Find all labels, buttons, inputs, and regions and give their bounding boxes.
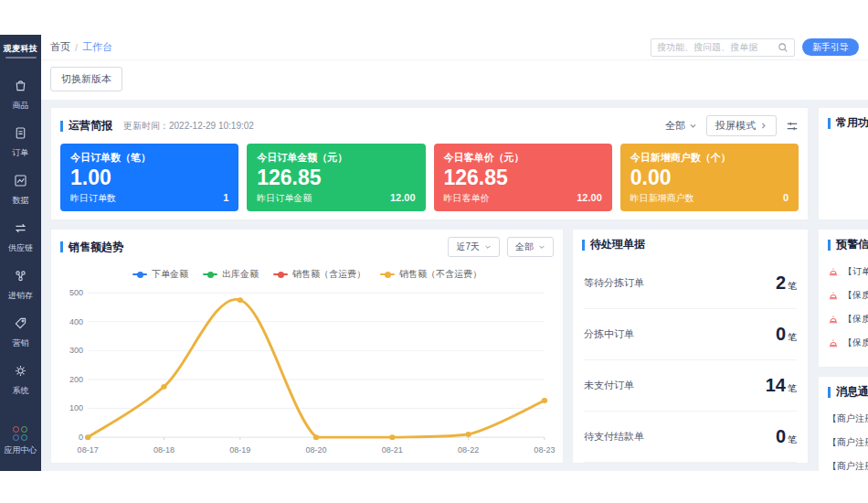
- operations-brief-panel: 运营简报 更新时间：2022-12-29 10:19:02 全部 投屏模式: [50, 107, 809, 220]
- alarm-icon: [828, 290, 839, 301]
- cast-mode-button[interactable]: 投屏模式: [706, 115, 777, 136]
- stat-yesterday-label: 昨日客单价: [444, 192, 490, 205]
- accent-bar: [582, 240, 585, 251]
- gear-icon: [13, 363, 28, 382]
- sidebar-item-label: 营销: [13, 337, 29, 349]
- version-bar: 切换新版本: [41, 59, 868, 100]
- global-search: [651, 38, 795, 57]
- pending-value: 14: [766, 375, 786, 395]
- sidebar-item-label: 应用中心: [5, 444, 37, 456]
- alert-item[interactable]: 【订单】: [828, 260, 868, 284]
- stat-yesterday-value: 1: [223, 192, 228, 203]
- alerts-title: 预警信息: [836, 237, 868, 252]
- stat-card-new-merchants[interactable]: 今日新增商户数（个） 0.00 昨日新增商户数0: [620, 144, 799, 211]
- sidebar-item-system[interactable]: 系统: [0, 357, 41, 404]
- alerts-list: 【订单】 【保质期】 【保质期】 【保质期】: [819, 258, 868, 359]
- filter-sliders-icon[interactable]: [786, 120, 799, 133]
- sidebar-item-marketing[interactable]: 营销: [0, 309, 41, 357]
- trend-scope-select[interactable]: 全部: [507, 237, 554, 257]
- sidebar-item-label: 系统: [13, 385, 29, 397]
- pending-unit: 笔: [788, 434, 797, 444]
- common-functions-panel: 常用功能: [818, 107, 868, 220]
- pending-documents-panel: 待处理单据 等待分拣订单 2笔 分拣中订单 0笔: [572, 229, 809, 464]
- accent-bar: [828, 387, 831, 398]
- chevron-down-icon: [689, 122, 697, 130]
- alert-item[interactable]: 【保质期】: [828, 307, 868, 331]
- breadcrumb-home[interactable]: 首页: [50, 40, 70, 54]
- breadcrumb-current[interactable]: 工作台: [82, 40, 112, 54]
- stat-yesterday-value: 12.00: [577, 192, 602, 203]
- alert-item[interactable]: 【保质期】: [828, 331, 868, 355]
- stat-card-value: 126.85: [444, 166, 602, 190]
- sidebar-item-supply-chain[interactable]: 供应链: [0, 214, 41, 262]
- messages-list: 【商户注册】 【商户注册】 【商户注册】 【商户注册】: [819, 405, 868, 471]
- sidebar-item-label: 数据: [13, 195, 29, 207]
- stat-card-today-amount[interactable]: 今日订单金额（元） 126.85 昨日订单金额12.00: [247, 144, 425, 211]
- app-logo: 观麦科技: [2, 35, 40, 62]
- sidebar-item-app-center[interactable]: 应用中心: [0, 420, 41, 464]
- sales-trend-chart: 010020030040050008-1708-1808-1908-2008-2…: [51, 283, 563, 463]
- pending-row-sorting[interactable]: 分拣中订单 0笔: [584, 309, 797, 360]
- sidebar-item-orders[interactable]: 订单: [0, 119, 41, 166]
- sidebar-item-data[interactable]: 数据: [0, 166, 41, 214]
- search-icon[interactable]: [778, 42, 789, 53]
- chart-legend: 下单金额出库金额销售额（含运费）销售额（不含运费）: [51, 262, 563, 283]
- svg-text:300: 300: [69, 346, 83, 355]
- pending-row-unpaid-orders[interactable]: 未支付订单 14笔: [584, 360, 797, 412]
- search-input[interactable]: [651, 42, 778, 52]
- switch-version-button[interactable]: 切换新版本: [50, 67, 122, 91]
- svg-text:100: 100: [69, 404, 83, 413]
- alarm-icon: [828, 266, 839, 277]
- pending-value: 0: [776, 426, 786, 446]
- right-column: 常用功能 预警信息 【订单】: [818, 107, 868, 464]
- stat-card-title: 今日订单数（笔）: [70, 151, 228, 165]
- stat-card-today-orders[interactable]: 今日订单数（笔） 1.00 昨日订单数1: [60, 144, 238, 211]
- trend-range-select[interactable]: 近7天: [448, 237, 500, 257]
- messages-panel: 消息通知 【商户注册】 【商户注册】 【商户注册】 【商户注册】: [818, 376, 868, 471]
- alarm-icon: [828, 314, 839, 325]
- legend-item[interactable]: 销售额（含运费）: [273, 268, 365, 281]
- pending-value: 2: [776, 273, 786, 293]
- svg-text:400: 400: [69, 317, 83, 326]
- legend-item[interactable]: 销售额（不含运费）: [380, 268, 482, 281]
- pending-value: 0: [776, 324, 786, 344]
- pending-unit: 笔: [788, 332, 797, 342]
- accent-bar: [60, 241, 63, 252]
- stat-card-avg-price[interactable]: 今日客单价（元） 126.85 昨日客单价12.00: [434, 144, 612, 211]
- sales-trend-panel: 销售额趋势 近7天 全部: [50, 229, 564, 464]
- chevron-right-icon: [759, 122, 767, 130]
- svg-text:200: 200: [69, 375, 83, 384]
- app-window: 观麦科技 商品 订单 数据 供应链 进销存: [0, 35, 868, 471]
- message-item[interactable]: 【商户注册】: [828, 407, 868, 431]
- sidebar-item-inventory[interactable]: 进销存: [0, 262, 41, 309]
- app-center-icon: [13, 426, 28, 442]
- message-text: 【商户注册】: [828, 412, 868, 425]
- chart-line-icon: [13, 173, 28, 192]
- tag-icon: [13, 316, 28, 335]
- breadcrumb-separator: /: [75, 42, 78, 53]
- sidebar-item-goods[interactable]: 商品: [0, 71, 41, 119]
- pending-title: 待处理单据: [590, 237, 645, 252]
- stat-yesterday-label: 昨日新增商户数: [630, 192, 694, 205]
- logo-subtitle: [5, 57, 37, 59]
- bag-icon: [13, 78, 28, 97]
- order-document-icon: [13, 125, 28, 144]
- alert-item[interactable]: 【保质期】: [828, 284, 868, 307]
- sidebar-nav: 商品 订单 数据 供应链 进销存 营销: [0, 71, 41, 420]
- alerts-panel: 预警信息 【订单】 【保质期】 【保质期】: [818, 229, 868, 368]
- newbie-guide-button[interactable]: 新手引导: [802, 38, 859, 56]
- message-item[interactable]: 【商户注册】: [828, 455, 868, 471]
- legend-item[interactable]: 下单金额: [132, 268, 188, 281]
- swap-arrows-icon: [13, 220, 28, 240]
- brief-scope-select[interactable]: 全部: [665, 119, 697, 133]
- pending-list: 等待分拣订单 2笔 分拣中订单 0笔 未支付订单 14笔: [573, 258, 808, 463]
- stat-yesterday-label: 昨日订单金额: [257, 192, 312, 205]
- message-text: 【商户注册】: [828, 436, 868, 449]
- pending-row-unpaid-settlement[interactable]: 待支付结款单 0笔: [584, 412, 797, 463]
- message-item[interactable]: 【商户注册】: [828, 431, 868, 455]
- legend-item[interactable]: 出库金额: [203, 268, 259, 281]
- stat-card-value: 126.85: [257, 166, 415, 190]
- dashboard-content: 运营简报 更新时间：2022-12-29 10:19:02 全部 投屏模式: [41, 100, 868, 471]
- pending-label: 等待分拣订单: [584, 276, 644, 290]
- pending-row-waiting-sort[interactable]: 等待分拣订单 2笔: [584, 258, 797, 309]
